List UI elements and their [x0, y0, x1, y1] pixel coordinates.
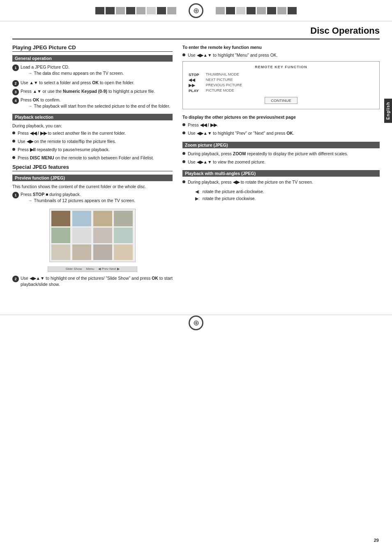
remote-key-instruction-item: Use ◀▶▲▼ to highlight "Menu" and press O… [182, 52, 380, 58]
bar-block-1 [95, 7, 104, 14]
display-pictures-item-2: Use ◀▶▲▼ to highlight "Prev" or "Next" a… [188, 130, 294, 136]
preview-step-1: 1 Press STOP ■ during playback. → Thumbn… [12, 191, 173, 205]
remote-key-section: To enter the remote key function menu Us… [182, 44, 380, 109]
general-operation-label: General operation [12, 55, 173, 62]
thumb-5 [51, 228, 70, 243]
step-num-1: 1 [12, 64, 19, 71]
bar-block-r1 [216, 7, 225, 14]
display-pictures-item-1: Press ◀◀ / ▶▶. [188, 122, 218, 128]
step-4-content: Press OK to confirm. → The playback will… [21, 97, 173, 110]
step-3-content: Press ▲▼ or use the Numeric Keypad (0-9)… [21, 88, 173, 94]
thumb-3 [93, 211, 112, 226]
bar-block-8 [167, 7, 176, 14]
remote-key-bullet [182, 53, 185, 56]
display-bullet-dot-2 [182, 131, 185, 134]
page-content: Disc Operations English Playing JPEG Pic… [0, 21, 392, 306]
right-column: To enter the remote key function menu Us… [182, 44, 380, 290]
zoom-dot-1 [182, 152, 185, 155]
thumb-9 [51, 244, 70, 260]
remote-key-stop: STOP [189, 72, 199, 77]
thumb-12 [114, 244, 133, 260]
remote-key-play-fn: PICTURE MODE [206, 88, 374, 93]
continue-btn-label[interactable]: CONTINUE [265, 97, 297, 104]
language-badge: English [384, 99, 392, 123]
page-title-row: Disc Operations [12, 21, 380, 39]
bar-block-4 [126, 7, 135, 14]
remote-key-next: ▶▶ [189, 83, 199, 88]
thumbnail-grid [49, 209, 136, 262]
arrow-sym-1: → [28, 70, 32, 76]
remote-key-box: REMOTE KEY FUNCTION STOP THUMBNAIL MODE … [182, 61, 380, 109]
bar-block-6 [147, 7, 156, 14]
arrow-sym-ma2: ▶: [195, 196, 200, 202]
preview-function-label: Preview function (JPEG) [12, 175, 173, 181]
remote-key-box-title: REMOTE KEY FUNCTION [189, 65, 374, 69]
thumbnail-bar-menu: Menu [86, 267, 94, 271]
playback-bullet-4-text: Press DISC MENU on the remote to switch … [18, 155, 154, 161]
bullet-dot-3 [12, 148, 15, 151]
multiangle-bullet-1: During playback, press ◀▶ to rotate the … [182, 179, 380, 203]
top-bar-right-blocks [216, 7, 297, 14]
bar-block-r7 [277, 7, 286, 14]
arrow-sym-ma1: ◀: [195, 189, 200, 195]
bullet-dot-2 [12, 140, 15, 143]
bar-block-7 [157, 7, 166, 14]
multiangle-section: Playback with multi-angles (JPEG) During… [182, 170, 380, 203]
arrow-sym-4: → [28, 103, 32, 109]
playback-bullet-2-text: Use ◀▶ on the remote to rotate/flip the … [18, 138, 116, 145]
multiangle-item-1: During playback, press ◀▶ to rotate the … [188, 179, 313, 203]
thumb-10 [72, 244, 91, 260]
bar-block-5 [136, 7, 145, 14]
step-1-sub-text: The data disc menu appears on the TV scr… [34, 70, 124, 76]
playback-selection-intro: During playback, you can: [12, 123, 173, 129]
remote-key-prev: ◀◀ [189, 78, 199, 82]
multiangle-sub-2-text: rotate the picture clockwise. [201, 196, 256, 202]
left-column: Playing JPEG Picture CD General operatio… [12, 44, 173, 290]
page-title: Disc Operations [310, 25, 380, 36]
display-bullet-dot-1 [182, 123, 185, 126]
bar-block-r2 [226, 7, 235, 14]
playback-bullet-2: Use ◀▶ on the remote to rotate/flip the … [12, 138, 173, 145]
multiangle-dot-1 [182, 180, 185, 183]
thumb-7 [93, 228, 112, 243]
bullet-dot-4 [12, 156, 15, 159]
display-pictures-section: To display the other pictures on the pre… [182, 114, 380, 136]
thumb-8 [114, 228, 133, 243]
preview-step-1-sub: → Thumbnails of 12 pictures appears on t… [28, 198, 173, 204]
preview-step-1-content: Press STOP ■ during playback. → Thumbnai… [21, 191, 173, 205]
thumb-6 [72, 228, 91, 243]
bar-block-r3 [236, 7, 245, 14]
continue-btn[interactable]: CONTINUE [189, 97, 374, 104]
bar-block-r4 [247, 7, 256, 14]
step-3: 3 Press ▲▼ or use the Numeric Keypad (0-… [12, 88, 173, 95]
bar-block-2 [106, 7, 115, 14]
preview-step-num-2: 2 [12, 276, 19, 282]
display-pictures-bullet-1: Press ◀◀ / ▶▶. [182, 122, 380, 128]
remote-key-stop-fn: THUMBNAIL MODE [206, 72, 374, 77]
step-num-3: 3 [12, 89, 19, 95]
bottom-compass-icon: ⊕ [189, 315, 203, 330]
thumb-2 [72, 211, 91, 226]
thumbnail-bar: Slide Show Menu ◀ Prev Next ▶ [48, 266, 137, 272]
zoom-section: Zoom picture (JPEG) During playback, pre… [182, 142, 380, 165]
thumbnail-bar-slideshow: Slide Show [65, 267, 82, 271]
thumb-4 [114, 211, 133, 226]
thumb-1 [51, 211, 70, 226]
multiangle-sub-1-text: rotate the picture anti-clockwise. [201, 189, 264, 195]
playback-bullet-4: Press DISC MENU on the remote to switch … [12, 155, 173, 161]
zoom-item-2: Use ◀▶▲▼ to view the zoomed picture. [188, 159, 265, 165]
zoom-bullet-2: Use ◀▶▲▼ to view the zoomed picture. [182, 159, 380, 165]
playback-bullet-3-text: Press ▶II repeatedly to pause/resume pla… [18, 147, 110, 153]
bar-block-r8 [288, 7, 297, 14]
step-1: 1 Load a JPEG Picture CD. → The data dis… [12, 64, 173, 77]
zoom-dot-2 [182, 160, 185, 163]
special-jpeg-title: Special JPEG features [12, 164, 173, 171]
remote-key-section-title: To enter the remote key function menu [182, 44, 380, 51]
step-num-2: 2 [12, 80, 19, 87]
remote-key-instruction: Use ◀▶▲▼ to highlight "Menu" and press O… [188, 52, 278, 58]
playback-bullet-1: Press ◀◀ / ▶▶ to select another file in … [12, 130, 173, 136]
top-bar-left-blocks [95, 7, 176, 14]
step-2: 2 Use ▲▼ to select a folder and press OK… [12, 80, 173, 87]
multiangle-label: Playback with multi-angles (JPEG) [182, 170, 380, 177]
arrow-sym-p1: → [28, 198, 32, 204]
